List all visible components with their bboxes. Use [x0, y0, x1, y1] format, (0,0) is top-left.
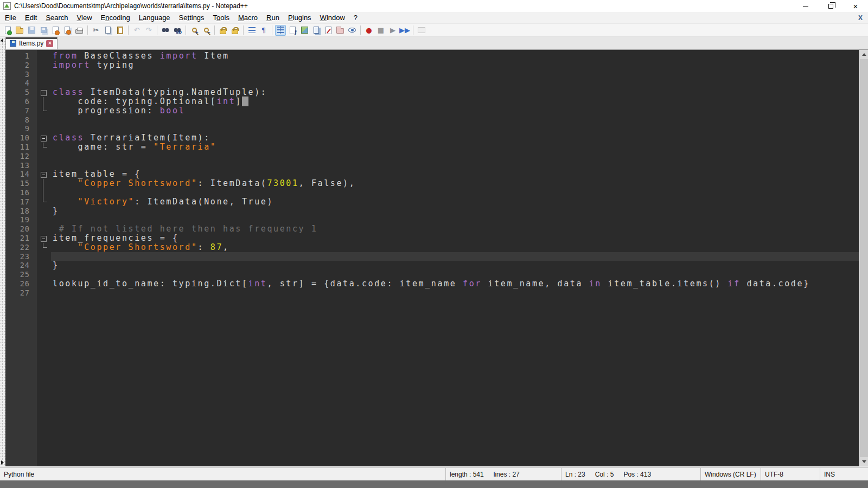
- code-line-1[interactable]: 1from BaseClasses import Item: [5, 52, 868, 61]
- code-line-21[interactable]: 21item_frequencies = {: [5, 234, 868, 243]
- close-document-x-button[interactable]: X: [858, 14, 863, 22]
- code-line-15[interactable]: 15 "Copper Shortsword": ItemData(73001, …: [5, 179, 868, 188]
- menu-plugins[interactable]: Plugins: [284, 12, 316, 23]
- status-eol-format[interactable]: Windows (CR LF): [701, 468, 761, 480]
- menu-help[interactable]: ?: [349, 12, 362, 23]
- code-line-11[interactable]: 11 game: str = "Terraria": [5, 143, 868, 152]
- macro-run-multiple-icon[interactable]: ▶▶: [399, 25, 410, 36]
- replace-icon[interactable]: ab: [172, 25, 183, 36]
- save-file-icon[interactable]: [26, 25, 37, 36]
- code-line-10[interactable]: 10class TerrariaItem(Item):: [5, 133, 868, 143]
- code-line-24[interactable]: 24}: [5, 261, 868, 270]
- status-encoding[interactable]: UTF-8: [761, 468, 820, 480]
- status-insert-mode[interactable]: INS: [820, 468, 868, 480]
- code-line-6[interactable]: 6 code: typing.Optional[int]: [5, 97, 868, 106]
- dock-collapse-left-icon[interactable]: [1, 38, 3, 43]
- save-all-icon[interactable]: [38, 25, 49, 36]
- monitoring-icon[interactable]: [347, 25, 358, 36]
- code-line-7[interactable]: 7 progression: bool: [5, 106, 868, 115]
- code-line-13[interactable]: 13: [5, 161, 868, 170]
- code-line-14[interactable]: 14item_table = {: [5, 170, 868, 179]
- menu-macro[interactable]: Macro: [234, 12, 262, 23]
- document-list-icon[interactable]: [311, 25, 322, 36]
- find-icon[interactable]: [160, 25, 171, 36]
- code-line-20[interactable]: 20 # If not listed here then has frequen…: [5, 224, 868, 234]
- tab-items.py[interactable]: Items.py×: [5, 37, 58, 49]
- code-line-27[interactable]: 27: [5, 288, 868, 298]
- menu-search[interactable]: Search: [41, 12, 72, 23]
- close-file-icon[interactable]: [50, 25, 61, 36]
- fold-marker-icon[interactable]: [37, 234, 51, 243]
- code-line-5[interactable]: 5class ItemData(typing.NamedTuple):: [5, 88, 868, 97]
- word-wrap-icon[interactable]: [246, 25, 257, 36]
- macro-stop-icon[interactable]: ■: [375, 25, 386, 36]
- copy-icon[interactable]: [103, 25, 113, 36]
- code-line-26[interactable]: 26lookup_id_to_name: typing.Dict[int, st…: [5, 279, 868, 288]
- dock-collapse-right-icon[interactable]: [1, 460, 4, 465]
- toolbar-separator: [128, 25, 129, 35]
- sync-vertical-scroll-icon[interactable]: [218, 25, 228, 36]
- paste-icon[interactable]: [114, 25, 125, 36]
- code-line-12[interactable]: 12: [5, 152, 868, 161]
- zoom-in-icon[interactable]: +: [189, 25, 200, 36]
- new-file-icon[interactable]: [2, 25, 13, 36]
- undo-icon[interactable]: ↶: [131, 25, 142, 36]
- menu-tools[interactable]: Tools: [209, 12, 234, 23]
- code-line-23[interactable]: 23: [5, 252, 868, 261]
- code-line-9[interactable]: 9: [5, 124, 868, 133]
- scrollbar-thumb[interactable]: [860, 59, 868, 457]
- tab-close-icon[interactable]: ×: [46, 40, 53, 47]
- redo-icon[interactable]: ↷: [143, 25, 154, 36]
- scroll-down-arrow-icon[interactable]: [859, 457, 868, 466]
- menu-encoding[interactable]: Encoding: [97, 12, 135, 23]
- menu-view[interactable]: View: [73, 12, 97, 23]
- macro-play-icon[interactable]: ▶: [387, 25, 398, 36]
- vertical-scrollbar[interactable]: [859, 50, 868, 466]
- code-line-19[interactable]: 19: [5, 215, 868, 224]
- notepadpp-window: C:\Users\Dood\Documents\tmp\Archipelago\…: [0, 0, 868, 488]
- minimize-button[interactable]: [793, 0, 818, 12]
- cut-icon[interactable]: ✂: [91, 25, 101, 36]
- dock-splitter[interactable]: [0, 37, 5, 466]
- zoom-out-icon[interactable]: −: [201, 25, 212, 36]
- indent-guide-icon[interactable]: [275, 25, 286, 36]
- define-language-icon[interactable]: [323, 25, 334, 36]
- code-line-25[interactable]: 25: [5, 270, 868, 279]
- editor[interactable]: 1from BaseClasses import Item2import typ…: [5, 50, 868, 466]
- menu-edit[interactable]: Edit: [21, 12, 41, 23]
- copy-shape: [105, 27, 111, 34]
- menu-file[interactable]: File: [1, 12, 21, 23]
- scroll-up-arrow-icon[interactable]: [859, 50, 868, 59]
- fold-marker-icon[interactable]: [37, 88, 51, 97]
- code-line-4[interactable]: 4: [5, 79, 868, 88]
- close-button[interactable]: ×: [843, 0, 868, 12]
- macro-play-glyph: ▶: [390, 27, 395, 34]
- menu-settings[interactable]: Settings: [175, 12, 209, 23]
- macro-save-icon[interactable]: [416, 25, 427, 36]
- code-line-8[interactable]: 8: [5, 115, 868, 125]
- restore-button[interactable]: [818, 0, 843, 12]
- title-bar: C:\Users\Dood\Documents\tmp\Archipelago\…: [0, 0, 868, 12]
- show-all-characters-icon[interactable]: ¶: [258, 25, 269, 36]
- code-line-17[interactable]: 17 "Victory": ItemData(None, True): [5, 197, 868, 207]
- folder-as-workspace-icon[interactable]: [335, 25, 346, 36]
- code-line-16[interactable]: 16: [5, 188, 868, 197]
- fold-marker-icon[interactable]: [37, 133, 51, 143]
- document-map-icon[interactable]: [299, 25, 310, 36]
- open-file-icon[interactable]: [14, 25, 25, 36]
- sync-horizontal-scroll-icon[interactable]: [229, 25, 240, 36]
- code-line-22[interactable]: 22 "Copper Shortsword": 87,: [5, 243, 868, 252]
- macro-record-icon[interactable]: ●: [363, 25, 374, 36]
- menu-language[interactable]: Language: [135, 12, 175, 23]
- code-line-18[interactable]: 18}: [5, 207, 868, 216]
- close-all-icon[interactable]: [62, 25, 73, 36]
- print-icon[interactable]: [74, 25, 85, 36]
- fold-marker-icon[interactable]: [37, 170, 51, 179]
- menu-run[interactable]: Run: [262, 12, 284, 23]
- code-area[interactable]: 1from BaseClasses import Item2import typ…: [5, 50, 868, 298]
- status-length-lines: length : 541 lines : 27: [446, 468, 561, 480]
- menu-window[interactable]: Window: [316, 12, 349, 23]
- function-list-icon[interactable]: ƒ: [287, 25, 298, 36]
- code-line-2[interactable]: 2import typing: [5, 61, 868, 70]
- code-line-3[interactable]: 3: [5, 70, 868, 79]
